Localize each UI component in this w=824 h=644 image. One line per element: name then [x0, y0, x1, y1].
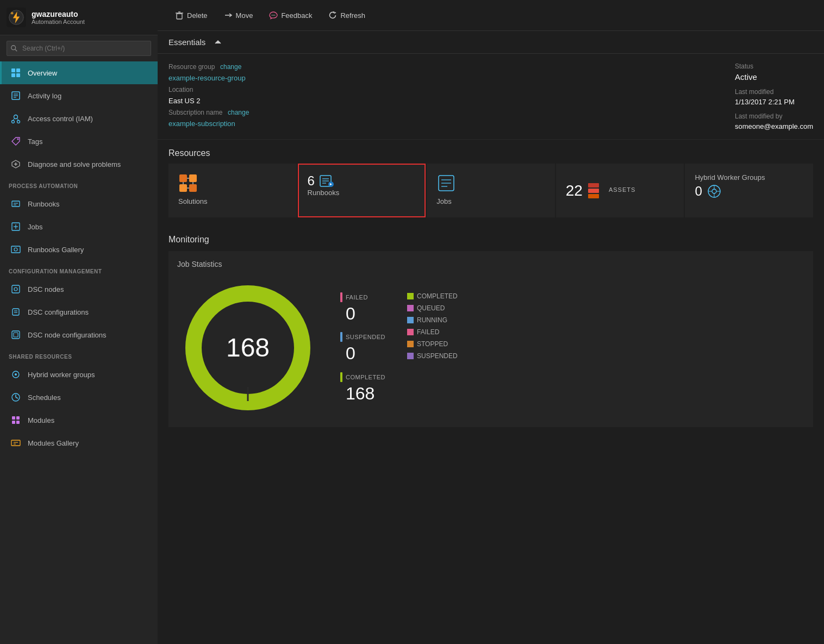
move-button[interactable]: Move	[217, 8, 260, 23]
sidebar-item-label: Tags	[28, 137, 42, 146]
dsc-node-config-icon	[10, 329, 21, 340]
legend-suspended: SUSPENDED	[407, 352, 458, 360]
location-label: Location	[168, 86, 193, 93]
sidebar-item-label: Access control (IAM)	[28, 115, 93, 123]
overview-icon	[10, 67, 21, 78]
suspended-bar-label: SUSPENDED	[340, 332, 385, 342]
resource-card-solutions[interactable]: Solutions	[168, 164, 297, 217]
collapse-icon[interactable]	[214, 39, 222, 46]
sidebar-item-label: Modules	[28, 416, 54, 424]
sidebar-item-modules-gallery[interactable]: Modules Gallery	[0, 432, 158, 454]
resource-card-hybrid[interactable]: Hybrid Worker Groups 0	[685, 164, 813, 217]
job-stats-card: Job Statistics 168	[168, 251, 813, 427]
feedback-button[interactable]: Feedback	[263, 8, 319, 23]
legend-failed-dot	[407, 329, 414, 335]
resource-card-jobs[interactable]: Jobs	[427, 164, 555, 217]
monitoring-title: Monitoring	[168, 235, 813, 245]
resource-card-assets[interactable]: 22 ASSETS	[556, 164, 684, 217]
svg-point-53	[273, 15, 274, 16]
svg-point-28	[14, 248, 17, 251]
subscription-value[interactable]: example-subscription	[168, 120, 249, 128]
sidebar-item-dsc-node-configurations[interactable]: DSC node configurations	[0, 323, 158, 346]
essentials-bar: Essentials	[158, 31, 824, 54]
subscription-change[interactable]: change	[228, 109, 249, 116]
completed-bar-label: COMPLETED	[340, 372, 385, 382]
resource-group-change[interactable]: change	[220, 63, 241, 71]
hybrid-count-row: 0	[695, 184, 721, 199]
jobs-label: Jobs	[436, 197, 451, 205]
sidebar-item-activity-log[interactable]: Activity log	[0, 84, 158, 107]
monitoring-section: Monitoring Job Statistics	[158, 226, 824, 436]
section-header-config-mgmt: CONFIGURATION MANAGEMENT	[0, 261, 158, 278]
svg-rect-27	[11, 246, 20, 253]
completed-color-bar	[340, 372, 342, 382]
legend-queued: QUEUED	[407, 304, 458, 312]
svg-line-17	[17, 118, 19, 121]
svg-rect-43	[12, 421, 15, 424]
sidebar-item-overview[interactable]: Overview	[0, 61, 158, 84]
suspended-color-bar	[340, 332, 342, 342]
feedback-icon	[269, 11, 278, 20]
sidebar-item-access-control[interactable]: Access control (IAM)	[0, 107, 158, 130]
svg-rect-7	[11, 73, 15, 77]
resources-title: Resources	[158, 140, 824, 164]
hybrid-label: Hybrid Worker Groups	[695, 173, 765, 182]
donut-total: 168	[226, 335, 270, 361]
app-logo	[7, 8, 26, 27]
svg-rect-58	[189, 184, 197, 192]
automation-logo-icon	[9, 10, 24, 25]
legend-suspended-dot	[407, 353, 414, 359]
assets-count: 22	[566, 182, 583, 199]
stats-content: 168 FAILED 0	[177, 277, 804, 418]
jobs-card-icon	[436, 173, 456, 193]
stats-col-left: FAILED 0 SUSPENDED 0	[340, 292, 385, 403]
runbooks-count-row: 6	[308, 173, 334, 189]
sidebar-item-runbooks-gallery[interactable]: Runbooks Gallery	[0, 238, 158, 261]
sidebar-item-jobs[interactable]: Jobs	[0, 215, 158, 238]
stat-item-suspended: SUSPENDED 0	[340, 332, 385, 363]
failed-label: FAILED	[346, 294, 368, 301]
sidebar-item-schedules[interactable]: Schedules	[0, 386, 158, 409]
failed-color-bar	[340, 292, 342, 302]
tags-icon	[10, 136, 21, 147]
assets-label: ASSETS	[609, 186, 635, 193]
sidebar: gwazureauto Automation Account Overview …	[0, 0, 158, 644]
modules-icon	[10, 415, 21, 426]
search-input[interactable]	[7, 41, 151, 56]
svg-point-37	[15, 373, 17, 376]
svg-line-4	[15, 49, 17, 52]
delete-button[interactable]: Delete	[168, 8, 214, 23]
dsc-nodes-icon	[10, 284, 21, 295]
resource-group-value[interactable]: example-resource-group	[168, 74, 249, 82]
content-area: Essentials Resource group change example…	[158, 31, 824, 644]
svg-rect-42	[16, 416, 20, 420]
svg-point-54	[274, 15, 276, 16]
stats-right: FAILED 0 SUSPENDED 0	[340, 292, 458, 403]
svg-point-14	[12, 121, 15, 123]
svg-rect-5	[11, 68, 15, 72]
sidebar-item-tags[interactable]: Tags	[0, 130, 158, 153]
sidebar-item-hybrid-worker-groups[interactable]: Hybrid worker groups	[0, 363, 158, 386]
sidebar-item-dsc-nodes[interactable]: DSC nodes	[0, 278, 158, 301]
essentials-section: Resource group change example-resource-g…	[158, 54, 824, 140]
job-stats-title: Job Statistics	[177, 260, 804, 268]
resource-card-runbooks[interactable]: 6 Runbooks	[298, 164, 426, 217]
completed-value: 168	[346, 384, 385, 403]
refresh-icon	[328, 11, 337, 20]
sidebar-item-diagnose[interactable]: Diagnose and solve problems	[0, 153, 158, 176]
svg-point-2	[11, 12, 14, 15]
iam-icon	[10, 113, 21, 124]
refresh-button[interactable]: Refresh	[322, 8, 372, 23]
status-value: Active	[735, 72, 813, 82]
runbooks-card-icon	[319, 173, 334, 189]
legend-running-dot	[407, 317, 414, 323]
svg-point-30	[14, 287, 17, 291]
runbooks-icon	[10, 198, 21, 209]
gallery-icon	[10, 244, 21, 255]
sidebar-item-dsc-configurations[interactable]: DSC configurations	[0, 301, 158, 323]
sidebar-item-runbooks[interactable]: Runbooks	[0, 192, 158, 215]
sidebar-item-modules[interactable]: Modules	[0, 409, 158, 432]
resources-grid: Solutions 6 Runbooks	[158, 164, 824, 226]
sidebar-item-label: DSC configurations	[28, 308, 89, 316]
hybrid-card-icon	[707, 184, 722, 199]
